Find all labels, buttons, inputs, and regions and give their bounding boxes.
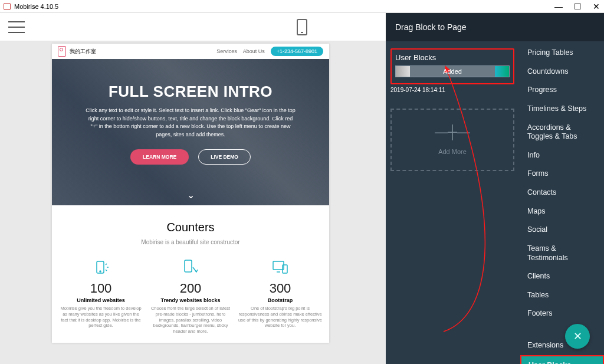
counter-label: Unlimited websites <box>59 297 143 303</box>
counter-label: Bootstrap <box>238 297 322 303</box>
counter-value: 200 <box>149 281 232 296</box>
category-extensions[interactable]: Extensions <box>520 336 604 355</box>
window-maximize-button[interactable]: ☐ <box>573 2 582 11</box>
blocks-panel: Drag Block to Page User Blocks Added 201… <box>386 41 604 364</box>
counter-item: 100 Unlimited websites Mobirise give you… <box>59 258 143 335</box>
scroll-down-icon[interactable]: ⌄ <box>187 189 195 201</box>
counter-desc: Mobirise give you the freedom to develop… <box>59 306 143 329</box>
user-blocks-label: User Blocks <box>395 53 510 62</box>
svg-rect-2 <box>185 260 192 272</box>
category-timelines-steps[interactable]: Timelines & Steps <box>520 100 604 119</box>
counter-icon <box>59 258 143 276</box>
svg-rect-4 <box>283 265 287 273</box>
mobile-preview-icon[interactable] <box>297 19 307 35</box>
user-blocks-preview[interactable]: User Blocks Added <box>390 48 514 84</box>
brand-name: 我的工作室 <box>70 48 96 55</box>
svg-point-1 <box>100 271 101 272</box>
category-social[interactable]: Social <box>520 221 604 240</box>
category-user-blocks[interactable]: User Blocks <box>520 355 604 364</box>
hero-body: Click any text to edit or style it. Sele… <box>84 107 297 139</box>
counter-label: Trendy websites blocks <box>149 297 232 303</box>
app-icon <box>4 3 11 10</box>
category-clients[interactable]: Clients <box>520 267 604 286</box>
category-footers[interactable]: Footers <box>520 304 604 323</box>
added-label: Added <box>443 68 462 75</box>
counters-title: Counters <box>59 221 322 234</box>
hero-block[interactable]: FULL SCREEN INTRO Click any text to edit… <box>52 59 329 205</box>
category-contacts[interactable]: Contacts <box>520 183 604 202</box>
window-minimize-button[interactable]: — <box>554 2 563 11</box>
counter-icon <box>238 258 322 276</box>
counter-value: 300 <box>238 281 322 296</box>
category-progress[interactable]: Progress <box>520 81 604 100</box>
category-separator <box>520 323 604 336</box>
block-timestamp: 2019-07-24 18:14:11 <box>390 87 514 93</box>
site-nav: 我的工作室 Services About Us +1-234-567-8901 <box>52 44 329 59</box>
category-teams-testimonials[interactable]: Teams & Testimonials <box>520 240 604 267</box>
counter-item: 300 Bootstrap One of Bootstrap's big poi… <box>238 258 322 335</box>
svg-rect-0 <box>97 261 104 273</box>
category-accordions-toggles-tabs[interactable]: Accordions & Toggles & Tabs <box>520 119 604 146</box>
brand-logo-icon <box>58 46 66 57</box>
block-categories[interactable]: Pricing TablesCountdownsProgressTimeline… <box>520 41 604 364</box>
counters-subtitle: Mobirise is a beautiful site constructor <box>59 239 322 245</box>
app-title: Mobirise 4.10.5 <box>14 3 58 10</box>
learn-more-button[interactable]: LEARN MORE <box>130 149 189 165</box>
category-info[interactable]: Info <box>520 146 604 165</box>
live-demo-button[interactable]: LIVE DEMO <box>198 149 251 165</box>
counter-desc: One of Bootstrap's big point is responsi… <box>238 306 322 329</box>
annotation-arrow <box>442 60 519 337</box>
nav-link[interactable]: About Us <box>243 48 265 54</box>
category-tables[interactable]: Tables <box>520 286 604 305</box>
added-block-thumb[interactable]: Added <box>395 65 510 77</box>
category-maps[interactable]: Maps <box>520 202 604 221</box>
counters-block[interactable]: Counters Mobirise is a beautiful site co… <box>52 205 329 343</box>
counter-value: 100 <box>59 281 143 296</box>
counter-item: 200 Trendy websites blocks Choose from t… <box>149 258 232 335</box>
window-close-button[interactable]: ✕ <box>592 2 600 11</box>
panel-title: Drag Block to Page <box>386 13 604 41</box>
hero-title: FULL SCREEN INTRO <box>73 83 308 101</box>
menu-icon[interactable] <box>8 21 25 33</box>
category-countdowns[interactable]: Countdowns <box>520 63 604 81</box>
site-preview: 我的工作室 Services About Us +1-234-567-8901 … <box>52 44 329 343</box>
phone-button[interactable]: +1-234-567-8901 <box>271 47 323 56</box>
add-more-dropzone[interactable]: —┼— Add More <box>390 109 514 171</box>
category-forms[interactable]: Forms <box>520 165 604 183</box>
close-panel-button[interactable]: ✕ <box>565 324 590 349</box>
title-bar: Mobirise 4.10.5 — ☐ ✕ <box>0 0 604 13</box>
counter-desc: Choose from the large selection of lates… <box>149 306 232 335</box>
add-more-label: Add More <box>438 148 467 155</box>
nav-link[interactable]: Services <box>216 48 237 54</box>
counter-icon <box>149 258 232 276</box>
plus-icon: —┼— <box>435 124 470 140</box>
category-pricing-tables[interactable]: Pricing Tables <box>520 44 604 63</box>
